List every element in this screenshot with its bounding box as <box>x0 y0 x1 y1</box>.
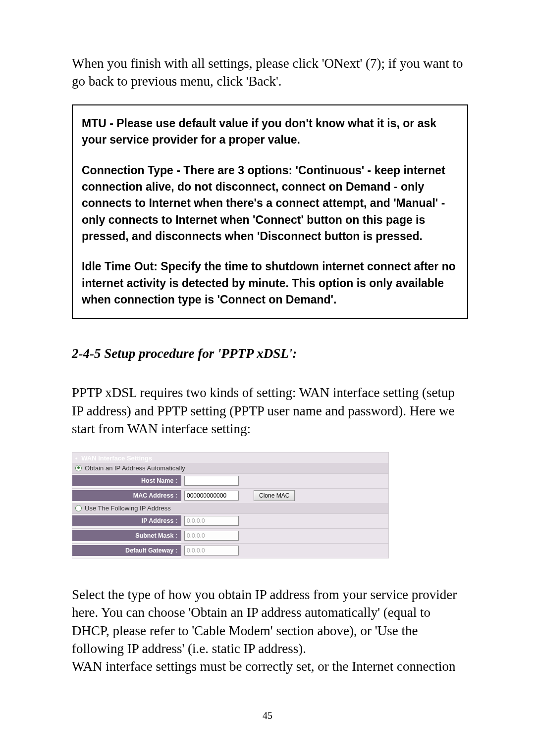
row-default-gateway: Default Gateway : <box>72 543 388 558</box>
row-host-name: Host Name : <box>72 473 388 488</box>
input-subnet-mask <box>184 531 239 541</box>
wan-interface-screenshot: • WAN Interface Settings Obtain an IP Ad… <box>72 452 389 558</box>
field-mac-address: Clone MAC <box>181 489 388 503</box>
field-default-gateway <box>181 544 388 558</box>
section-heading: 2-4-5 Setup procedure for 'PPTP xDSL': <box>72 346 468 361</box>
field-subnet-mask <box>181 529 388 543</box>
label-subnet-mask: Subnet Mask : <box>72 530 181 541</box>
bullet-icon: • <box>75 454 78 462</box>
input-ip-address <box>184 516 239 526</box>
after-paragraph-1: Select the type of how you obtain IP add… <box>72 586 468 658</box>
pptp-intro-paragraph: PPTP xDSL requires two kinds of setting:… <box>72 384 468 438</box>
radio-auto-label: Obtain an IP Address Automatically <box>85 464 185 472</box>
screenshot-header-label: WAN Interface Settings <box>81 454 152 462</box>
radio-static-icon[interactable] <box>75 505 82 511</box>
note-idle-timeout: Idle Time Out: Specify the time to shutd… <box>82 258 458 308</box>
intro-paragraph: When you finish with all settings, pleas… <box>72 54 468 91</box>
label-host-name: Host Name : <box>72 475 181 486</box>
input-host-name[interactable] <box>184 476 239 486</box>
label-ip-address: IP Address : <box>72 515 181 526</box>
screenshot-header: • WAN Interface Settings <box>72 453 388 463</box>
clone-mac-button[interactable]: Clone MAC <box>254 490 295 501</box>
radio-auto-icon[interactable] <box>75 465 82 471</box>
page-number: 45 <box>0 710 535 721</box>
label-mac-address: MAC Address : <box>72 490 181 501</box>
radio-static-label: Use The Following IP Address <box>85 504 171 512</box>
field-ip-address <box>181 514 388 528</box>
input-mac-address[interactable] <box>184 491 239 501</box>
note-mtu: MTU - Please use default value if you do… <box>82 115 458 149</box>
label-default-gateway: Default Gateway : <box>72 545 181 556</box>
row-ip-address: IP Address : <box>72 513 388 528</box>
field-host-name <box>181 474 388 488</box>
input-default-gateway <box>184 546 239 555</box>
note-connection-type: Connection Type - There are 3 options: '… <box>82 162 458 245</box>
after-paragraph-2: WAN interface settings must be correctly… <box>72 657 468 675</box>
note-box: MTU - Please use default value if you do… <box>72 104 468 319</box>
row-subnet-mask: Subnet Mask : <box>72 528 388 543</box>
document-page: When you finish with all settings, pleas… <box>0 0 535 756</box>
radio-row-auto[interactable]: Obtain an IP Address Automatically <box>72 463 388 473</box>
radio-row-static[interactable]: Use The Following IP Address <box>72 503 388 513</box>
row-mac-address: MAC Address : Clone MAC <box>72 488 388 503</box>
